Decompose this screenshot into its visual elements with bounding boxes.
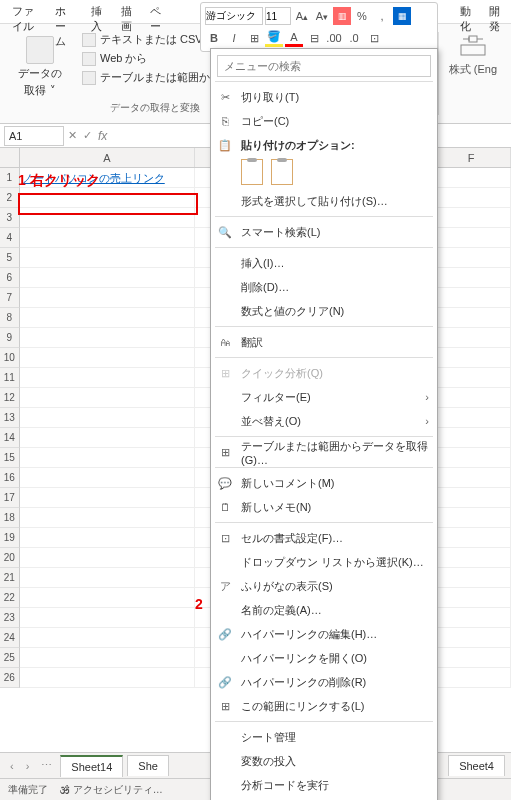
row-header[interactable]: 18 [0, 508, 20, 528]
row-header[interactable]: 20 [0, 548, 20, 568]
row-header[interactable]: 1 [0, 168, 20, 188]
cell[interactable] [20, 368, 196, 388]
from-web[interactable]: Web から [82, 51, 228, 66]
column-header-a[interactable]: A [20, 148, 196, 167]
decrease-font-icon[interactable]: A▾ [313, 7, 331, 25]
row-header[interactable]: 11 [0, 368, 20, 388]
menu-get-from-table[interactable]: ⊞テーブルまたは範囲からデータを取得(G)… [211, 440, 437, 464]
menu-show-phonetic[interactable]: アふりがなの表示(S) [211, 574, 437, 598]
cell[interactable] [20, 528, 196, 548]
menu-sheet-manage[interactable]: シート管理 [211, 725, 437, 749]
get-data-button[interactable]: データの 取得 ˅ [14, 32, 66, 102]
cell[interactable] [20, 188, 196, 208]
row-header[interactable]: 19 [0, 528, 20, 548]
row-header[interactable]: 6 [0, 268, 20, 288]
merge-icon[interactable]: ⊟ [305, 29, 323, 47]
row-header[interactable]: 15 [0, 448, 20, 468]
cell[interactable] [20, 268, 196, 288]
cell[interactable] [20, 648, 196, 668]
cell[interactable] [20, 468, 196, 488]
select-all-corner[interactable] [0, 148, 20, 167]
table-format-icon[interactable]: ⊡ [365, 29, 383, 47]
bold-icon[interactable]: B [205, 29, 223, 47]
row-header[interactable]: 9 [0, 328, 20, 348]
cell[interactable] [20, 668, 196, 688]
row-header[interactable]: 26 [0, 668, 20, 688]
row-header[interactable]: 13 [0, 408, 20, 428]
menu-sort[interactable]: 並べ替え(O)› [211, 409, 437, 433]
name-box[interactable]: A1 [4, 126, 64, 146]
row-header[interactable]: 4 [0, 228, 20, 248]
menu-translate[interactable]: 🗛翻訳 [211, 330, 437, 354]
tab-file[interactable]: ファイル [4, 0, 47, 23]
row-header[interactable]: 8 [0, 308, 20, 328]
increase-decimal-icon[interactable]: .0 [345, 29, 363, 47]
row-header[interactable]: 10 [0, 348, 20, 368]
cell[interactable] [20, 608, 196, 628]
enter-formula-icon[interactable]: ✓ [83, 129, 92, 142]
cell[interactable] [20, 228, 196, 248]
font-size-input[interactable] [265, 7, 291, 25]
row-header[interactable]: 12 [0, 388, 20, 408]
italic-icon[interactable]: I [225, 29, 243, 47]
row-header[interactable]: 23 [0, 608, 20, 628]
borders-icon[interactable]: ⊞ [245, 29, 263, 47]
row-header[interactable]: 5 [0, 248, 20, 268]
column-header-f[interactable]: F [432, 148, 511, 167]
sheet-tab-1[interactable]: Sheet14 [60, 755, 123, 777]
row-header[interactable]: 21 [0, 568, 20, 588]
menu-insert[interactable]: 挿入(I)… [211, 251, 437, 275]
menu-edit-hyperlink[interactable]: 🔗ハイパーリンクの編集(H)… [211, 622, 437, 646]
menu-var-insert[interactable]: 変数の投入 [211, 749, 437, 773]
menu-delete[interactable]: 削除(D)… [211, 275, 437, 299]
cell[interactable] [20, 628, 196, 648]
decrease-decimal-icon[interactable]: .00 [325, 29, 343, 47]
cell[interactable] [20, 388, 196, 408]
cancel-formula-icon[interactable]: ✕ [68, 129, 77, 142]
cell[interactable] [20, 548, 196, 568]
conditional-format-icon[interactable]: ▥ [333, 7, 351, 25]
cell[interactable] [20, 348, 196, 368]
format-painter-icon[interactable]: ▦ [393, 7, 411, 25]
from-table-range[interactable]: テーブルまたは範囲から [82, 70, 228, 85]
tab-auto[interactable]: 動化 [452, 0, 482, 23]
cell[interactable] [20, 408, 196, 428]
menu-search[interactable] [217, 55, 431, 77]
row-header[interactable]: 14 [0, 428, 20, 448]
menu-link-range[interactable]: ⊞この範囲にリンクする(L) [211, 694, 437, 718]
paste-option-2[interactable] [271, 159, 293, 185]
menu-smart-lookup[interactable]: 🔍スマート検索(L) [211, 220, 437, 244]
row-header[interactable]: 17 [0, 488, 20, 508]
menu-filter[interactable]: フィルター(E)› [211, 385, 437, 409]
row-header[interactable]: 3 [0, 208, 20, 228]
cell[interactable] [20, 328, 196, 348]
cell[interactable] [20, 568, 196, 588]
cell[interactable] [20, 588, 196, 608]
fill-color-icon[interactable]: 🪣 [265, 29, 283, 47]
cell[interactable] [20, 508, 196, 528]
tab-draw[interactable]: 描画 [113, 0, 143, 23]
menu-remove-hyperlink[interactable]: 🔗ハイパーリンクの削除(R) [211, 670, 437, 694]
menu-new-note[interactable]: 🗒新しいメモ(N) [211, 495, 437, 519]
row-header[interactable]: 16 [0, 468, 20, 488]
menu-cut[interactable]: ✂切り取り(T) [211, 85, 437, 109]
menu-open-hyperlink[interactable]: ハイパーリンクを開く(O) [211, 646, 437, 670]
sheet-tab-2[interactable]: She [127, 755, 169, 776]
row-header[interactable]: 7 [0, 288, 20, 308]
cell[interactable] [20, 208, 196, 228]
sheet-tab-3[interactable]: Sheet4 [448, 755, 505, 776]
menu-define-name[interactable]: 名前の定義(A)… [211, 598, 437, 622]
paste-option-1[interactable] [241, 159, 263, 185]
stock-datatype[interactable]: 株式 (Eng [441, 28, 505, 119]
comma-icon[interactable]: , [373, 7, 391, 25]
tab-nav-more[interactable]: ⋯ [37, 759, 56, 772]
status-accessibility[interactable]: 🕉 アクセシビリティ… [60, 783, 163, 797]
fx-icon[interactable]: fx [98, 129, 107, 143]
tab-insert[interactable]: 挿入 [83, 0, 113, 23]
increase-font-icon[interactable]: A▴ [293, 7, 311, 25]
menu-run-code[interactable]: 分析コードを実行 [211, 773, 437, 797]
menu-paste-special[interactable]: 形式を選択して貼り付け(S)… [211, 189, 437, 213]
cell[interactable] [20, 448, 196, 468]
cell[interactable] [20, 248, 196, 268]
menu-search-input[interactable] [217, 55, 431, 77]
